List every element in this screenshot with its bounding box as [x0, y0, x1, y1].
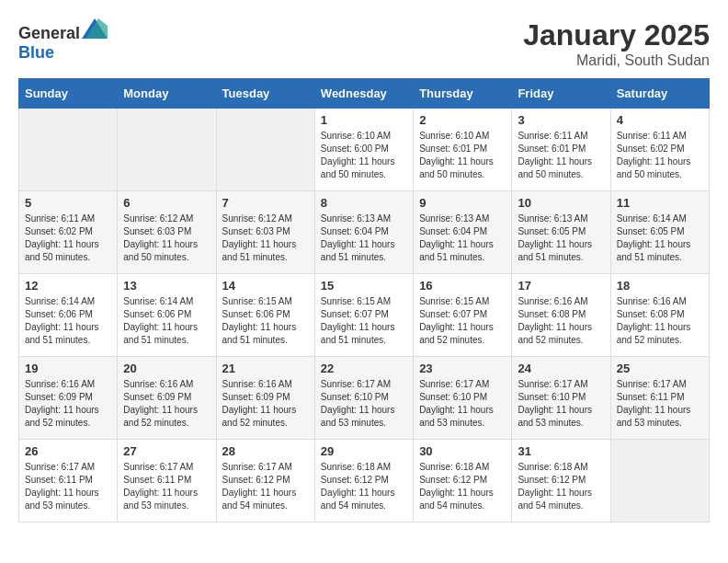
day-number: 4	[617, 113, 703, 127]
day-number: 29	[321, 444, 407, 458]
day-number: 5	[25, 196, 111, 210]
calendar-cell: 24Sunrise: 6:17 AMSunset: 6:10 PMDayligh…	[512, 357, 610, 440]
calendar-cell: 16Sunrise: 6:15 AMSunset: 6:07 PMDayligh…	[414, 274, 512, 357]
day-info: Sunrise: 6:15 AMSunset: 6:07 PMDaylight:…	[419, 295, 506, 347]
day-info: Sunrise: 6:16 AMSunset: 6:08 PMDaylight:…	[518, 295, 604, 347]
calendar-cell: 10Sunrise: 6:13 AMSunset: 6:05 PMDayligh…	[512, 191, 610, 274]
calendar-week-row: 26Sunrise: 6:17 AMSunset: 6:11 PMDayligh…	[19, 440, 710, 523]
day-number: 16	[419, 279, 506, 293]
day-info: Sunrise: 6:13 AMSunset: 6:05 PMDaylight:…	[518, 213, 604, 264]
calendar-cell: 9Sunrise: 6:13 AMSunset: 6:04 PMDaylight…	[414, 191, 512, 274]
calendar-cell: 21Sunrise: 6:16 AMSunset: 6:09 PMDayligh…	[216, 357, 314, 440]
day-number: 20	[123, 362, 210, 375]
day-of-week-header: Friday	[512, 79, 610, 109]
day-info: Sunrise: 6:17 AMSunset: 6:10 PMDaylight:…	[419, 378, 506, 430]
day-info: Sunrise: 6:12 AMSunset: 6:03 PMDaylight:…	[222, 213, 309, 264]
calendar-header-row: SundayMondayTuesdayWednesdayThursdayFrid…	[19, 79, 710, 109]
day-info: Sunrise: 6:15 AMSunset: 6:07 PMDaylight:…	[321, 295, 407, 347]
calendar-cell: 11Sunrise: 6:14 AMSunset: 6:05 PMDayligh…	[610, 191, 709, 274]
day-of-week-header: Wednesday	[314, 79, 413, 109]
calendar-cell	[216, 109, 314, 191]
day-info: Sunrise: 6:10 AMSunset: 6:00 PMDaylight:…	[321, 130, 407, 181]
calendar-cell: 15Sunrise: 6:15 AMSunset: 6:07 PMDayligh…	[314, 274, 413, 357]
calendar-week-row: 5Sunrise: 6:11 AMSunset: 6:02 PMDaylight…	[19, 191, 710, 274]
calendar-cell	[118, 109, 216, 191]
logo-icon	[82, 18, 108, 39]
calendar-cell: 2Sunrise: 6:10 AMSunset: 6:01 PMDaylight…	[414, 109, 512, 191]
day-number: 22	[321, 362, 407, 375]
calendar-cell: 25Sunrise: 6:17 AMSunset: 6:11 PMDayligh…	[610, 357, 709, 440]
day-number: 21	[222, 362, 309, 375]
day-info: Sunrise: 6:17 AMSunset: 6:11 PMDaylight:…	[25, 461, 111, 512]
day-number: 3	[518, 113, 604, 127]
calendar-week-row: 12Sunrise: 6:14 AMSunset: 6:06 PMDayligh…	[19, 274, 710, 357]
calendar-cell: 14Sunrise: 6:15 AMSunset: 6:06 PMDayligh…	[216, 274, 314, 357]
day-info: Sunrise: 6:17 AMSunset: 6:11 PMDaylight:…	[617, 378, 703, 430]
page-header: General Blue January 2025 Maridi, South …	[18, 18, 710, 69]
calendar-cell: 3Sunrise: 6:11 AMSunset: 6:01 PMDaylight…	[512, 109, 610, 191]
day-info: Sunrise: 6:17 AMSunset: 6:11 PMDaylight:…	[123, 461, 210, 512]
day-info: Sunrise: 6:16 AMSunset: 6:09 PMDaylight:…	[222, 378, 309, 430]
calendar-cell: 4Sunrise: 6:11 AMSunset: 6:02 PMDaylight…	[610, 109, 709, 191]
day-number: 11	[617, 196, 703, 210]
day-info: Sunrise: 6:14 AMSunset: 6:06 PMDaylight:…	[123, 295, 210, 347]
day-number: 8	[321, 196, 407, 210]
calendar-cell	[19, 109, 118, 191]
day-info: Sunrise: 6:15 AMSunset: 6:06 PMDaylight:…	[222, 295, 309, 347]
day-info: Sunrise: 6:13 AMSunset: 6:04 PMDaylight:…	[419, 213, 506, 264]
calendar-cell: 28Sunrise: 6:17 AMSunset: 6:12 PMDayligh…	[216, 440, 314, 523]
location: Maridi, South Sudan	[523, 52, 710, 69]
day-info: Sunrise: 6:13 AMSunset: 6:04 PMDaylight:…	[321, 213, 407, 264]
logo-text: General Blue	[18, 18, 108, 63]
day-info: Sunrise: 6:12 AMSunset: 6:03 PMDaylight:…	[123, 213, 210, 264]
calendar-cell: 13Sunrise: 6:14 AMSunset: 6:06 PMDayligh…	[118, 274, 216, 357]
day-number: 13	[123, 279, 210, 293]
calendar-cell: 5Sunrise: 6:11 AMSunset: 6:02 PMDaylight…	[19, 191, 118, 274]
month-title: January 2025	[523, 18, 710, 52]
calendar-cell: 27Sunrise: 6:17 AMSunset: 6:11 PMDayligh…	[118, 440, 216, 523]
calendar-cell: 30Sunrise: 6:18 AMSunset: 6:12 PMDayligh…	[414, 440, 512, 523]
day-info: Sunrise: 6:18 AMSunset: 6:12 PMDaylight:…	[518, 461, 604, 512]
day-number: 31	[518, 444, 604, 458]
calendar-cell: 18Sunrise: 6:16 AMSunset: 6:08 PMDayligh…	[610, 274, 709, 357]
day-info: Sunrise: 6:10 AMSunset: 6:01 PMDaylight:…	[419, 130, 506, 181]
day-number: 1	[321, 113, 407, 127]
day-info: Sunrise: 6:17 AMSunset: 6:10 PMDaylight:…	[518, 378, 604, 430]
day-number: 18	[617, 279, 703, 293]
day-of-week-header: Sunday	[19, 79, 118, 109]
day-info: Sunrise: 6:18 AMSunset: 6:12 PMDaylight:…	[419, 461, 506, 512]
day-number: 7	[222, 196, 309, 210]
day-number: 15	[321, 279, 407, 293]
day-number: 24	[518, 362, 604, 375]
calendar-cell: 31Sunrise: 6:18 AMSunset: 6:12 PMDayligh…	[512, 440, 610, 523]
title-section: January 2025 Maridi, South Sudan	[523, 18, 710, 69]
day-number: 9	[419, 196, 506, 210]
day-number: 6	[123, 196, 210, 210]
calendar-cell: 8Sunrise: 6:13 AMSunset: 6:04 PMDaylight…	[314, 191, 413, 274]
day-number: 12	[25, 279, 111, 293]
calendar-cell: 20Sunrise: 6:16 AMSunset: 6:09 PMDayligh…	[118, 357, 216, 440]
logo-general: General	[18, 24, 80, 42]
day-of-week-header: Saturday	[610, 79, 709, 109]
day-info: Sunrise: 6:11 AMSunset: 6:01 PMDaylight:…	[518, 130, 604, 181]
day-info: Sunrise: 6:17 AMSunset: 6:10 PMDaylight:…	[321, 378, 407, 430]
day-info: Sunrise: 6:16 AMSunset: 6:09 PMDaylight:…	[123, 378, 210, 430]
calendar-cell: 22Sunrise: 6:17 AMSunset: 6:10 PMDayligh…	[314, 357, 413, 440]
day-info: Sunrise: 6:16 AMSunset: 6:08 PMDaylight:…	[617, 295, 703, 347]
day-of-week-header: Thursday	[414, 79, 512, 109]
calendar-cell: 26Sunrise: 6:17 AMSunset: 6:11 PMDayligh…	[19, 440, 118, 523]
day-number: 19	[25, 362, 111, 375]
day-number: 2	[419, 113, 506, 127]
calendar-cell: 29Sunrise: 6:18 AMSunset: 6:12 PMDayligh…	[314, 440, 413, 523]
calendar-cell: 23Sunrise: 6:17 AMSunset: 6:10 PMDayligh…	[414, 357, 512, 440]
day-info: Sunrise: 6:16 AMSunset: 6:09 PMDaylight:…	[25, 378, 111, 430]
day-of-week-header: Monday	[118, 79, 216, 109]
day-number: 27	[123, 444, 210, 458]
day-info: Sunrise: 6:11 AMSunset: 6:02 PMDaylight:…	[617, 130, 703, 181]
logo: General Blue	[18, 18, 108, 63]
day-info: Sunrise: 6:14 AMSunset: 6:05 PMDaylight:…	[617, 213, 703, 264]
day-number: 25	[617, 362, 703, 375]
calendar-cell: 17Sunrise: 6:16 AMSunset: 6:08 PMDayligh…	[512, 274, 610, 357]
logo-blue: Blue	[18, 43, 54, 62]
calendar-week-row: 1Sunrise: 6:10 AMSunset: 6:00 PMDaylight…	[19, 109, 710, 191]
